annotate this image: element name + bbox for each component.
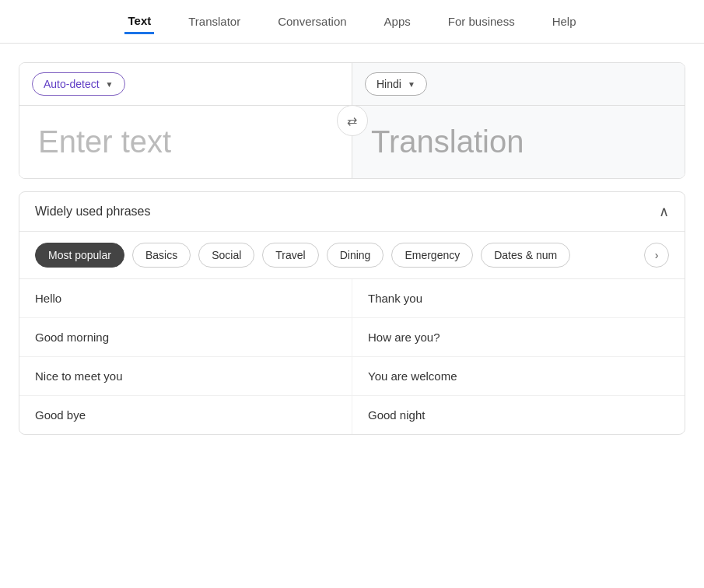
pill-basics[interactable]: Basics [132,243,191,268]
phrase-row: Good byeGood night [19,396,685,434]
pill-social[interactable]: Social [198,243,254,268]
phrase-left-3[interactable]: Good bye [19,396,352,434]
pill-dining[interactable]: Dining [327,243,384,268]
source-text-input[interactable]: Enter text [19,106,352,178]
phrase-right-1[interactable]: How are you? [352,318,685,356]
target-lang-label: Hindi [377,78,401,90]
swap-icon: ⇄ [347,114,357,128]
main-nav: TextTranslatorConversationAppsFor busine… [0,0,704,44]
target-lang-dropdown[interactable]: Hindi ▼ [365,72,427,96]
phrase-left-2[interactable]: Nice to meet you [19,357,352,395]
source-lang-dropdown[interactable]: Auto-detect ▼ [32,72,125,96]
pill-most-popular[interactable]: Most popular [35,243,124,268]
pill-travel[interactable]: Travel [262,243,318,268]
target-panel: Hindi ▼ Translation [352,63,685,178]
source-lang-arrow: ▼ [106,80,114,89]
nav-item-for-business[interactable]: For business [445,10,518,33]
phrase-right-3[interactable]: Good night [352,396,685,434]
translation-output: Translation [352,106,685,178]
pill-dates-nums[interactable]: Dates & num [481,243,570,268]
phrase-left-1[interactable]: Good morning [19,318,352,356]
translator-panels: Auto-detect ▼ Enter text ⇄ Hindi ▼ Trans… [19,63,685,178]
phrase-row: Nice to meet youYou are welcome [19,357,685,396]
nav-item-apps[interactable]: Apps [381,10,414,33]
target-lang-arrow: ▼ [408,80,415,89]
swap-button-wrapper: ⇄ [337,105,368,136]
nav-item-translator[interactable]: Translator [185,10,243,33]
phrase-list: HelloThank youGood morningHow are you?Ni… [19,279,685,434]
phrase-right-0[interactable]: Thank you [352,279,685,317]
pills-next-arrow[interactable]: › [644,243,669,268]
source-lang-selector: Auto-detect ▼ [19,63,352,106]
phrase-left-0[interactable]: Hello [19,279,352,317]
swap-button[interactable]: ⇄ [337,105,368,136]
target-lang-selector: Hindi ▼ [352,63,685,106]
phrases-collapse-button[interactable]: ∧ [659,203,669,220]
source-lang-label: Auto-detect [44,78,100,90]
pill-emergency[interactable]: Emergency [391,243,473,268]
nav-item-help[interactable]: Help [549,10,580,33]
phrase-row: HelloThank you [19,279,685,318]
phrase-row: Good morningHow are you? [19,318,685,357]
nav-item-text[interactable]: Text [124,9,154,34]
phrases-title: Widely used phrases [35,205,151,219]
source-panel: Auto-detect ▼ Enter text [19,63,352,178]
phrases-header: Widely used phrases ∧ [19,192,685,232]
phrase-right-2[interactable]: You are welcome [352,357,685,395]
nav-item-conversation[interactable]: Conversation [275,10,349,33]
translator-container: Auto-detect ▼ Enter text ⇄ Hindi ▼ Trans… [19,62,685,179]
category-pills: Most popularBasicsSocialTravelDiningEmer… [19,232,685,279]
phrases-section: Widely used phrases ∧ Most popularBasics… [19,191,685,435]
